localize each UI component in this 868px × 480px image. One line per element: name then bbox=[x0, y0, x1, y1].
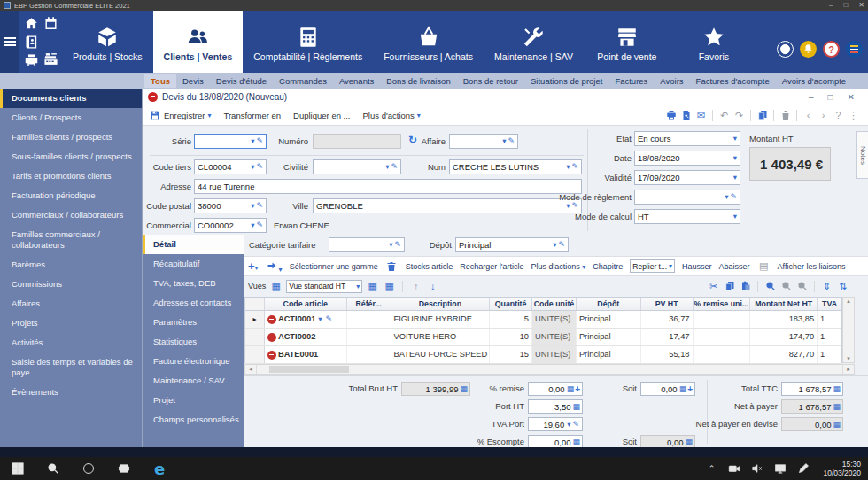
code-tiers-input[interactable]: CL00004▾✎ bbox=[194, 159, 267, 174]
sidebar-item[interactable]: Familles clients / prospects bbox=[0, 128, 142, 147]
recharger-article-button[interactable]: Recharger l'article bbox=[460, 262, 523, 271]
sidebar-item[interactable]: Sous-familles clients / prospects bbox=[0, 147, 142, 166]
port-ht-input[interactable]: 3,50▦ bbox=[528, 399, 583, 414]
code-tiers-edit-icon[interactable]: ✎ bbox=[255, 163, 264, 171]
hausser-button[interactable]: Hausser bbox=[682, 262, 712, 271]
volume-muted-icon[interactable] bbox=[750, 457, 764, 480]
col-quantite[interactable]: Quantité bbox=[490, 298, 532, 310]
abaisser-button[interactable]: Abaisser bbox=[719, 262, 750, 271]
detail-tab[interactable]: Paramètres bbox=[143, 313, 244, 332]
categorie-tarifaire-input[interactable]: ▾✎ bbox=[329, 237, 405, 252]
col-code-unite[interactable]: Code unité bbox=[532, 298, 577, 310]
doc-type-tab[interactable]: Bons de livraison bbox=[380, 74, 456, 88]
civilite-edit-icon[interactable]: ✎ bbox=[390, 163, 399, 171]
affaire-input[interactable]: ▾✎ bbox=[449, 134, 518, 149]
ebp-logo-icon[interactable] bbox=[846, 41, 863, 58]
nav-module[interactable]: Point de vente bbox=[584, 11, 670, 73]
code-edit-icon[interactable]: ✎ bbox=[325, 315, 334, 323]
civilite-input[interactable]: ▾✎ bbox=[313, 159, 401, 174]
chevron-right-icon[interactable]: › bbox=[817, 109, 830, 122]
select-gamme-button[interactable]: Sélectionner une gamme bbox=[290, 262, 378, 271]
contacts-icon[interactable] bbox=[24, 35, 39, 50]
col-tva[interactable]: TVA bbox=[818, 298, 841, 310]
nav-module[interactable]: Favoris bbox=[670, 11, 757, 73]
save-button[interactable]: Enregistrer▾ bbox=[148, 109, 211, 122]
code-postal-edit-icon[interactable]: ✎ bbox=[255, 202, 264, 210]
trash-icon[interactable] bbox=[779, 109, 792, 122]
doc-minimize-button[interactable]: – bbox=[809, 92, 814, 102]
notes-tab[interactable]: Notes bbox=[856, 131, 868, 179]
afficher-liaisons-button[interactable]: Afficher les liaisons bbox=[778, 262, 846, 271]
code-dropdown-icon[interactable]: ▾ bbox=[317, 315, 322, 323]
table-horizontal-scrollbar[interactable]: ◂▸ bbox=[244, 364, 855, 375]
calculator-icon[interactable]: ▦ bbox=[572, 438, 580, 446]
detail-tab[interactable]: Statistiques bbox=[143, 332, 244, 352]
commercial-edit-icon[interactable]: ✎ bbox=[255, 221, 264, 229]
help-icon[interactable]: ? bbox=[823, 41, 840, 58]
clock[interactable]: 15:30 10/03/2020 bbox=[823, 460, 861, 477]
duplicate-button[interactable]: Dupliquer en ... bbox=[293, 111, 350, 120]
doc-type-tab[interactable]: Avoirs bbox=[654, 74, 689, 88]
more-actions-button[interactable]: Plus d'actions▾ bbox=[363, 111, 421, 120]
chapitre-select[interactable]: Replier t...▾ bbox=[630, 259, 675, 273]
assistant-lines-icon[interactable] bbox=[777, 41, 794, 58]
tva-port-edit-icon[interactable]: ✎ bbox=[571, 421, 580, 429]
detail-tab[interactable]: Adresses et contacts bbox=[143, 293, 244, 313]
commercial-input[interactable]: CO00002▾✎ bbox=[194, 218, 267, 233]
validite-dropdown-icon[interactable]: ▾ bbox=[732, 174, 738, 182]
sidebar-item[interactable]: Commissions bbox=[0, 275, 142, 294]
cortana-icon[interactable] bbox=[71, 457, 106, 480]
mode-calcul-input[interactable]: HT▾ bbox=[634, 209, 740, 224]
code-postal-input[interactable]: 38000▾✎ bbox=[194, 198, 267, 213]
plus-icon[interactable]: + bbox=[575, 384, 580, 394]
mode-reglement-input[interactable]: ▾✎ bbox=[634, 190, 740, 205]
nav-module[interactable]: Maintenance | SAV bbox=[484, 11, 584, 73]
date-input[interactable]: 18/08/2020▾ bbox=[634, 151, 740, 166]
sidebar-item[interactable]: Clients / Prospects bbox=[0, 108, 142, 128]
calculator-icon[interactable]: ▦ bbox=[567, 385, 575, 393]
doc-close-button[interactable]: ✕ bbox=[848, 92, 855, 102]
trash-blue-icon[interactable] bbox=[385, 259, 399, 273]
col-pv-ht[interactable]: PV HT bbox=[641, 298, 694, 310]
expand-rows-icon[interactable]: ⇅ bbox=[836, 280, 849, 293]
calculator-icon[interactable]: ▦ bbox=[679, 385, 687, 393]
ville-input[interactable]: GRENOBLE▾✎ bbox=[313, 198, 582, 213]
calendar-icon[interactable] bbox=[43, 16, 58, 31]
grid-remove-icon[interactable]: ▦ bbox=[383, 280, 396, 293]
table-row[interactable]: ▸ ACTI0002▾✎ VOITURE HERO 10 UNITE(S) Pr… bbox=[245, 329, 841, 346]
doc-type-tab[interactable]: Factures d'acompte bbox=[690, 74, 776, 88]
menu-icon[interactable] bbox=[0, 11, 19, 73]
depot-input[interactable]: Principal▾✎ bbox=[455, 237, 569, 252]
nav-module[interactable]: Fournisseurs | Achats bbox=[373, 11, 484, 73]
detail-tab[interactable]: Projet bbox=[143, 391, 244, 410]
nav-module[interactable]: Produits | Stocks bbox=[62, 11, 153, 73]
table-vertical-scrollbar[interactable]: ▴▾ bbox=[842, 297, 855, 363]
total-ttc-input[interactable]: 1 678,57▦ bbox=[781, 382, 843, 396]
doc-type-tab[interactable]: Situations de projet bbox=[524, 74, 608, 88]
sidebar-item[interactable]: Documents clients bbox=[0, 89, 142, 108]
detail-tab[interactable]: Détail bbox=[143, 235, 244, 254]
col-depot[interactable]: Dépôt bbox=[577, 298, 641, 310]
etat-dropdown-icon[interactable]: ▾ bbox=[732, 135, 738, 143]
categorie-edit-icon[interactable]: ✎ bbox=[393, 241, 402, 249]
nav-module[interactable]: Clients | Ventes bbox=[153, 11, 244, 73]
taskbar-search-icon[interactable] bbox=[35, 457, 71, 480]
sidebar-item[interactable]: Projets bbox=[0, 314, 142, 333]
task-view-icon[interactable] bbox=[106, 457, 142, 480]
doc-type-tab[interactable]: Devis d'étude bbox=[210, 74, 273, 88]
sidebar-item[interactable]: Saisie des temps et variables de paye bbox=[0, 352, 142, 383]
print-preview-icon[interactable] bbox=[679, 109, 693, 122]
nom-input[interactable]: CRECHE LES LUTINS▾✎ bbox=[449, 159, 582, 174]
validite-input[interactable]: 17/09/2020▾ bbox=[634, 170, 740, 185]
col-reference[interactable]: Référ... bbox=[347, 298, 391, 310]
tray-camera-icon[interactable] bbox=[727, 457, 741, 480]
soit-remise-input[interactable]: 0,00▦+ bbox=[640, 382, 695, 396]
scissors-icon[interactable]: ✂ bbox=[707, 280, 720, 293]
doc-type-tab[interactable]: Avenants bbox=[333, 74, 380, 88]
table-row[interactable]: ▸ BATE0001▾✎ BATEAU FORCE SPEED 15 UNITE… bbox=[245, 346, 841, 364]
tray-chevron-icon[interactable]: ⌃ bbox=[704, 457, 718, 480]
date-dropdown-icon[interactable]: ▾ bbox=[732, 154, 738, 162]
detail-tab[interactable]: Facture électronique bbox=[143, 352, 244, 371]
liaisons-grid-icon[interactable]: ▤ bbox=[757, 259, 771, 273]
pen-workspace-icon[interactable] bbox=[796, 457, 810, 480]
